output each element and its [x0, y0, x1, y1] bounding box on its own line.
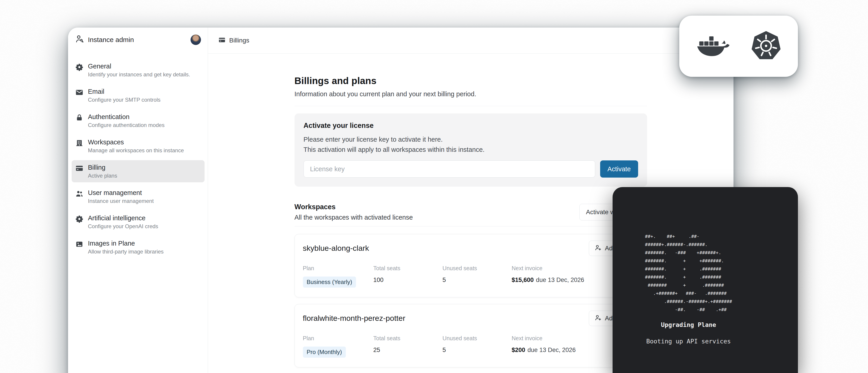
- integrations-card: [679, 15, 798, 77]
- column-label-total-seats: Total seats: [373, 265, 442, 272]
- unused-seats-value: 5: [442, 346, 512, 358]
- user-plus-icon: [594, 314, 602, 323]
- sidebar-item-description: Allow third-party image libraries: [88, 248, 164, 255]
- plan-badge: Pro (Monthly): [303, 346, 346, 358]
- sidebar-item-description: Active plans: [88, 172, 117, 179]
- column-label-unused-seats: Unused seats: [442, 335, 512, 342]
- plan-badge: Business (Yearly): [303, 276, 356, 287]
- total-seats-value: 100: [373, 276, 442, 287]
- invoice-due-date: due 13 Dec, 2026: [536, 276, 584, 283]
- terminal-status-message: Booting up API services: [646, 338, 731, 345]
- sidebar-title: Instance admin: [88, 36, 134, 44]
- invoice-amount: $15,600: [512, 276, 534, 283]
- sidebar-item-label: Artificial intelligence: [88, 214, 158, 222]
- users-icon: [75, 189, 84, 204]
- license-card-line1: Please enter your license key to activat…: [304, 135, 638, 144]
- workspaces-section-title: Workspaces: [294, 203, 413, 211]
- sidebar-item-description: Manage all workspaces on this instance: [88, 147, 184, 154]
- gear-icon: [75, 214, 84, 230]
- unused-seats-value: 5: [442, 276, 512, 287]
- column-label-plan: Plan: [303, 265, 373, 272]
- user-plus-icon: [594, 244, 602, 253]
- sidebar-header: Instance admin: [68, 28, 208, 47]
- sidebar-title-row: Instance admin: [75, 34, 134, 45]
- terminal-status-title: Upgrading Plane: [661, 321, 716, 328]
- sidebar-item-label: User management: [88, 189, 154, 197]
- sidebar-item-images-in-plane[interactable]: Images in Plane Allow third-party image …: [72, 236, 205, 258]
- total-seats-value: 25: [373, 346, 442, 358]
- billing-content: Billings and plans Information about you…: [294, 54, 647, 367]
- sidebar: Instance admin General Identify your ins…: [68, 28, 208, 373]
- column-label-total-seats: Total seats: [373, 335, 442, 342]
- sidebar-item-user-management[interactable]: User management Instance user management: [72, 185, 205, 208]
- sidebar-item-description: Configure your OpenAI creds: [88, 223, 158, 230]
- settings-icon: [75, 62, 84, 78]
- breadcrumb-label: Billings: [229, 37, 249, 44]
- license-card-title: Activate your license: [304, 122, 638, 130]
- license-key-input[interactable]: [304, 160, 595, 177]
- page-subtitle: Information about you current plan and y…: [294, 90, 647, 98]
- sidebar-item-description: Configure authentication modes: [88, 122, 164, 129]
- workspaces-section-subtitle: All the workspaces with activated licens…: [294, 214, 413, 221]
- sidebar-nav: General Identify your instances and get …: [68, 59, 208, 258]
- sidebar-item-workspaces[interactable]: Workspaces Manage all workspaces on this…: [72, 135, 205, 157]
- sidebar-item-description: Instance user management: [88, 198, 154, 204]
- sidebar-item-authentication[interactable]: Authentication Configure authentication …: [72, 109, 205, 132]
- credit-card-icon: [218, 36, 225, 44]
- building-icon: [75, 138, 84, 154]
- sidebar-item-label: Email: [88, 88, 160, 96]
- license-card-line2: This activation will apply to all worksp…: [304, 145, 638, 154]
- invoice-due-date: due 13 Dec, 2026: [528, 346, 576, 353]
- activate-license-card: Activate your license Please enter your …: [294, 113, 647, 186]
- sidebar-item-label: Billing: [88, 163, 117, 171]
- image-icon: [75, 239, 84, 255]
- sidebar-item-description: Identify your instances and get key deta…: [88, 71, 190, 78]
- sidebar-item-label: Authentication: [88, 113, 164, 121]
- docker-icon: [695, 33, 730, 60]
- kubernetes-icon: [750, 30, 782, 63]
- column-label-plan: Plan: [303, 335, 373, 342]
- column-label-unused-seats: Unused seats: [442, 265, 512, 272]
- lock-icon: [75, 113, 84, 129]
- sidebar-item-label: Images in Plane: [88, 239, 164, 247]
- sidebar-item-general[interactable]: General Identify your instances and get …: [72, 59, 205, 81]
- credit-card-icon: [75, 163, 84, 179]
- invoice-amount: $200: [512, 346, 525, 353]
- upgrade-terminal-panel: ##+. ##+ .##- ######+.######-.######. ##…: [613, 187, 798, 373]
- activate-button[interactable]: Activate: [600, 160, 638, 177]
- workspaces-section-header: Workspaces All the workspaces with activ…: [294, 203, 647, 221]
- user-key-icon: [75, 34, 84, 45]
- sidebar-item-artificial-intelligence[interactable]: Artificial intelligence Configure your O…: [72, 211, 205, 233]
- breadcrumb: Billings: [208, 28, 734, 54]
- workspace-card: skyblue-along-clark Add seats Plan Total…: [294, 234, 647, 297]
- sidebar-item-label: General: [88, 62, 190, 70]
- workspace-card: floralwhite-month-perez-potter Add seats…: [294, 304, 647, 367]
- workspace-name: floralwhite-month-perez-potter: [303, 311, 405, 323]
- sidebar-item-label: Workspaces: [88, 138, 184, 146]
- avatar[interactable]: [191, 35, 201, 45]
- page-title: Billings and plans: [294, 75, 647, 87]
- sidebar-item-email[interactable]: Email Configure your SMTP controls: [72, 84, 205, 106]
- mail-icon: [75, 88, 84, 103]
- plane-ascii-logo: ##+. ##+ .##- ######+.######-.######. ##…: [645, 232, 732, 313]
- sidebar-item-description: Configure your SMTP controls: [88, 97, 160, 103]
- sidebar-item-billing[interactable]: Billing Active plans: [72, 160, 205, 182]
- workspace-name: skyblue-along-clark: [303, 241, 369, 252]
